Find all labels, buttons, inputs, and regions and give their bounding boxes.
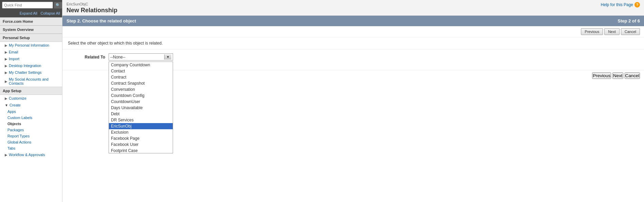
sidebar-item-workflow-approvals[interactable]: ▶ Workflow & Approvals <box>0 151 62 158</box>
sidebar-subitem-tabs[interactable]: Tabs <box>0 145 62 151</box>
main-content: EricSunObjC New Relationship Help for th… <box>62 0 644 202</box>
arrow-icon: ▶ <box>5 64 7 68</box>
search-bar: 🔍 <box>0 0 62 10</box>
sidebar-section-personal: Personal Setup <box>0 34 62 42</box>
arrow-icon: ▶ <box>5 80 7 83</box>
related-to-row: Related To --None-- ▼ Company Countdown … <box>68 53 639 61</box>
sidebar-subitem-apps[interactable]: Apps <box>0 108 62 115</box>
sidebar-item-my-social-accounts[interactable]: ▶ My Social Accounts and Contacts <box>0 76 62 87</box>
help-link-text: Help for this Page <box>601 2 633 7</box>
step-title: Step 2. Choose the related object <box>67 18 136 23</box>
sidebar-section-system[interactable]: System Overview <box>0 26 62 34</box>
arrow-icon: ▶ <box>5 44 7 47</box>
top-bar: EricSunObjC New Relationship Help for th… <box>62 0 644 16</box>
sidebar-subitem-custom-labels[interactable]: Custom Labels <box>0 115 62 121</box>
cancel-button-bottom[interactable]: Cancel <box>625 72 640 79</box>
cancel-button-top[interactable]: Cancel <box>621 28 640 35</box>
list-item[interactable]: DR Services <box>109 117 173 123</box>
sidebar-section-forcecom[interactable]: Force.com Home <box>0 17 62 26</box>
expand-collapse-bar: Expand All | Collapse All <box>0 10 62 17</box>
help-icon: ? <box>634 2 640 7</box>
arrow-icon: ▶ <box>5 57 7 61</box>
sidebar-subitem-global-actions[interactable]: Global Actions <box>0 139 62 145</box>
instruction-text: Select the other object to which this ob… <box>62 37 644 49</box>
list-item[interactable]: Footprint Case <box>109 148 173 153</box>
list-item[interactable]: Company Countdown <box>109 62 173 68</box>
sidebar-subitem-report-types[interactable]: Report Types <box>0 133 62 139</box>
step-header: Step 2. Choose the related object Step 2… <box>62 16 644 26</box>
list-item[interactable]: Contract Snapshot <box>109 80 173 86</box>
sidebar-item-my-personal-info[interactable]: ▶ My Personal Information <box>0 42 62 49</box>
dropdown-list[interactable]: Company Countdown Contact Contract Contr… <box>109 62 173 153</box>
sidebar-subitem-objects[interactable]: Objects <box>0 121 62 127</box>
help-link[interactable]: Help for this Page ? <box>601 2 640 7</box>
sidebar-item-my-chatter-settings[interactable]: ▶ My Chatter Settings <box>0 69 62 76</box>
top-action-row: Previous Next Cancel <box>62 26 644 37</box>
next-button-bottom[interactable]: Next <box>612 72 623 79</box>
list-item[interactable]: Countdown Config <box>109 92 173 99</box>
search-button[interactable]: 🔍 <box>54 2 62 9</box>
list-item[interactable]: Days Unavailable <box>109 105 173 111</box>
list-item-selected[interactable]: EricSunObj <box>109 123 173 129</box>
previous-button-bottom[interactable]: Previous <box>592 72 611 79</box>
arrow-down-icon: ▼ <box>5 103 8 107</box>
related-to-label: Related To <box>68 53 109 60</box>
sidebar-item-import[interactable]: ▶ Import <box>0 55 62 62</box>
sidebar-item-email[interactable]: ▶ Email <box>0 49 62 55</box>
sidebar-item-desktop-integration[interactable]: ▶ Desktop Integration <box>0 62 62 69</box>
form-area: Related To --None-- ▼ Company Countdown … <box>62 49 644 67</box>
sidebar-subitem-packages[interactable]: Packages <box>0 127 62 133</box>
sidebar-item-customize[interactable]: ▶ Customize <box>0 95 62 102</box>
arrow-icon: ▶ <box>5 50 7 54</box>
content-area: Previous Next Cancel Select the other ob… <box>62 26 644 202</box>
sidebar-item-create[interactable]: ▼ Create <box>0 102 62 108</box>
expand-all-link[interactable]: Expand All <box>20 11 37 15</box>
dropdown-container: --None-- ▼ Company Countdown Contact Con… <box>109 53 173 61</box>
list-item[interactable]: Conversation <box>109 86 173 92</box>
previous-button-top[interactable]: Previous <box>581 28 603 35</box>
next-button-top[interactable]: Next <box>604 28 620 35</box>
sidebar: 🔍 Expand All | Collapse All Force.com Ho… <box>0 0 62 202</box>
dropdown-arrow-button[interactable]: ▼ <box>164 54 171 60</box>
search-input[interactable] <box>2 2 53 9</box>
list-item[interactable]: Facebook Page <box>109 135 173 141</box>
collapse-all-link[interactable]: Collapse All <box>41 11 60 15</box>
list-item[interactable]: Exclusion <box>109 129 173 135</box>
list-item[interactable]: Contact <box>109 68 173 74</box>
sidebar-section-app-setup: App Setup <box>0 87 62 95</box>
breadcrumb: EricSunObjC <box>67 2 117 6</box>
list-item[interactable]: Facebook User <box>109 141 173 148</box>
dropdown-selected-value: --None-- <box>110 55 164 60</box>
list-item[interactable]: Debt <box>109 111 173 117</box>
step-info: Step 2 of 6 <box>618 18 640 23</box>
list-item[interactable]: Contract <box>109 74 173 80</box>
arrow-icon: ▶ <box>5 71 7 74</box>
list-item[interactable]: CountdownUser <box>109 99 173 105</box>
arrow-icon: ▶ <box>5 153 7 157</box>
arrow-icon: ▶ <box>5 97 7 100</box>
page-title-area: EricSunObjC New Relationship <box>67 2 117 14</box>
page-title: New Relationship <box>67 7 117 14</box>
dropdown-header[interactable]: --None-- ▼ <box>109 53 173 61</box>
